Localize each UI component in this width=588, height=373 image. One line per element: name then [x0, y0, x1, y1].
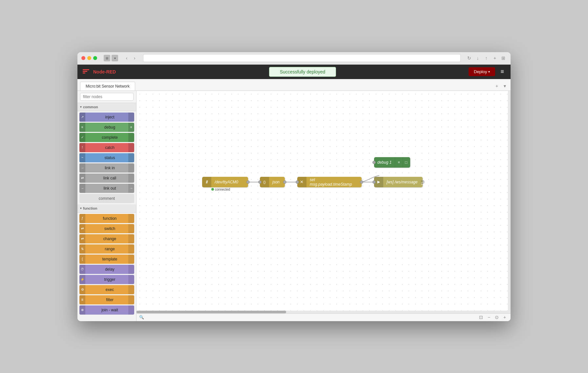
- json-label: json: [269, 180, 283, 184]
- node-filter[interactable]: ⏸ filter: [79, 295, 134, 304]
- traffic-lights: [81, 56, 97, 60]
- zoom-in-icon[interactable]: +: [501, 314, 508, 321]
- function-icon: ƒ: [79, 214, 85, 223]
- debug-settings-icon[interactable]: ≡: [395, 157, 403, 168]
- node-template[interactable]: { template: [79, 255, 134, 264]
- node-change[interactable]: ⇄ change: [79, 234, 134, 243]
- deploy-button[interactable]: Deploy ▾: [469, 67, 495, 76]
- back-icon[interactable]: ‹: [123, 55, 130, 61]
- node-range[interactable]: ⇅ range: [79, 244, 134, 254]
- logo-icon: [83, 69, 91, 74]
- node-json[interactable]: {} json: [260, 177, 285, 187]
- tab-menu-button[interactable]: ▾: [501, 83, 508, 89]
- node-debug-1[interactable]: debug 1 ≡ □: [374, 157, 410, 168]
- node-switch[interactable]: ⇄ switch: [79, 224, 134, 233]
- chevron-down-icon[interactable]: ▾: [112, 55, 118, 61]
- common-node-list: ↗ inject ≡ debug ≡ ✓ complete: [77, 111, 136, 204]
- tab-microbit[interactable]: Micro:bit Sensor Network: [80, 82, 135, 91]
- node-catch[interactable]: ! catch: [79, 143, 134, 152]
- section-function-arrow-icon: ▾: [80, 207, 82, 210]
- node-delay[interactable]: ⏱ delay: [79, 265, 134, 274]
- main-content: ▾ common ↗ inject ≡ debug ≡: [77, 91, 511, 321]
- node-function[interactable]: ƒ function: [79, 214, 134, 223]
- tabbar: Micro:bit Sensor Network + ▾: [77, 79, 511, 91]
- node-join-wait[interactable]: ⊕ join - wait: [79, 305, 134, 315]
- range-icon: ⇅: [79, 244, 85, 254]
- node-link-call[interactable]: ⇄ link call: [79, 174, 134, 183]
- catch-icon: !: [79, 143, 85, 152]
- node-status[interactable]: ~ status: [79, 153, 134, 162]
- complete-icon: ✓: [79, 133, 85, 142]
- node-serial-in[interactable]: // /dev/ttyACM0 connected: [202, 177, 248, 187]
- nav-arrows: ‹ ›: [123, 55, 138, 61]
- flow-canvas[interactable]: // /dev/ttyACM0 connected {} json: [136, 91, 511, 321]
- forward-icon[interactable]: ›: [131, 55, 138, 61]
- section-function[interactable]: ▾ function: [77, 204, 136, 213]
- share-icon[interactable]: ↑: [483, 55, 490, 61]
- logo-area: Node-RED: [77, 69, 136, 74]
- zoom-fit-icon[interactable]: ⊡: [478, 314, 484, 321]
- function-port-icon: [128, 214, 134, 223]
- topnav: Node-RED Successfully deployed Deploy ▾ …: [77, 65, 511, 79]
- filter-nodes-input[interactable]: [80, 93, 134, 101]
- node-link-out[interactable]: → link out →: [79, 184, 134, 193]
- node-exec[interactable]: ⚙ exec: [79, 285, 134, 294]
- vertical-scrollbar[interactable]: [508, 91, 511, 311]
- serial-in-icon: //: [202, 177, 211, 187]
- node-comment[interactable]: comment: [79, 194, 134, 203]
- sidebar-toggle-icon[interactable]: ⊞: [104, 55, 110, 61]
- node-sidebar: ▾ common ↗ inject ≡ debug ≡: [77, 91, 136, 321]
- horizontal-scrollbar[interactable]: [136, 311, 511, 313]
- template-icon: {: [79, 255, 85, 264]
- debug-expand-icon[interactable]: □: [403, 157, 409, 168]
- link-in-icon: →: [79, 163, 85, 173]
- node-trigger[interactable]: ⚡ trigger: [79, 275, 134, 284]
- status-port-icon: [128, 153, 134, 162]
- node-ws-out[interactable]: ▶ [ws] /ws/message ▷: [374, 177, 423, 187]
- canvas-bottom-bar: 🔍 ⊡ − ⊙ +: [136, 313, 511, 321]
- titlebar: ⊞ ▾ ‹ › ↻ ↓ ↑ + ⊞: [77, 52, 511, 65]
- node-inject[interactable]: ↗ inject: [79, 113, 134, 122]
- function-output-port: [360, 180, 363, 184]
- zoom-reset-icon[interactable]: ⊙: [494, 314, 500, 321]
- canvas-zoom-controls: ⊡ − ⊙ +: [478, 314, 508, 321]
- add-tab-button[interactable]: +: [494, 83, 500, 89]
- join-port-icon: [128, 305, 134, 315]
- node-debug[interactable]: ≡ debug ≡: [79, 123, 134, 132]
- scrollbar-thumb-h[interactable]: [136, 311, 286, 313]
- debug-port-icon: ≡: [128, 123, 134, 132]
- refresh-icon[interactable]: ↻: [466, 55, 472, 61]
- add-tab-icon[interactable]: +: [492, 55, 498, 61]
- zoom-out-icon[interactable]: −: [486, 314, 492, 321]
- canvas-search-icon: 🔍: [139, 315, 144, 320]
- debug-input-port: [372, 161, 376, 164]
- grid-icon[interactable]: ⊞: [500, 55, 507, 61]
- exec-icon: ⚙: [79, 285, 85, 294]
- link-call-port-icon: [128, 174, 134, 183]
- window-icons: ⊞ ▾: [104, 55, 118, 61]
- canvas-search-area[interactable]: 🔍: [139, 315, 144, 320]
- fullscreen-button[interactable]: [93, 56, 97, 60]
- download-icon[interactable]: ↓: [474, 55, 481, 61]
- ws-right-icon: ▷: [421, 180, 424, 184]
- node-complete[interactable]: ✓ complete: [79, 133, 134, 142]
- section-arrow-icon: ▾: [80, 105, 82, 109]
- address-input[interactable]: [143, 54, 461, 62]
- tab-controls: + ▾: [494, 83, 508, 91]
- hamburger-menu-icon[interactable]: ≡: [498, 67, 507, 76]
- trigger-port-icon: [128, 275, 134, 284]
- deploy-success-message: Successfully deployed: [269, 67, 336, 77]
- function-node-label: set msg.payload.timeStamp: [306, 177, 362, 187]
- status-dot-icon: [211, 188, 214, 191]
- complete-port-icon: [128, 133, 134, 142]
- node-link-in[interactable]: → link in: [79, 163, 134, 173]
- close-button[interactable]: [81, 56, 85, 60]
- delay-icon: ⏱: [79, 265, 85, 274]
- node-set-payload[interactable]: ✕ set msg.payload.timeStamp: [297, 177, 362, 187]
- link-call-icon: ⇄: [79, 174, 85, 183]
- section-common[interactable]: ▾ common: [77, 103, 136, 111]
- status-icon: ~: [79, 153, 85, 162]
- minimize-button[interactable]: [87, 56, 91, 60]
- app-title: Node-RED: [93, 69, 116, 74]
- link-in-port-icon: [128, 163, 134, 173]
